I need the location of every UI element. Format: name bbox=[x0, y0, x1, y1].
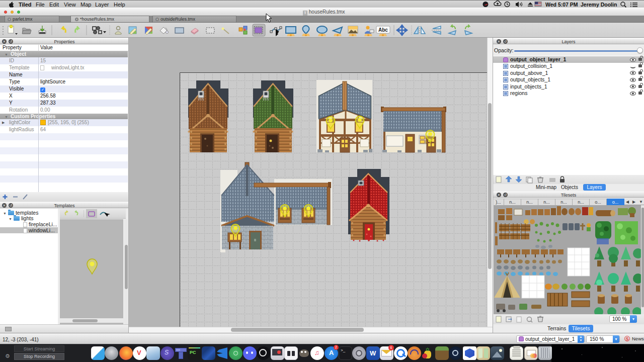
svg-text:Abc: Abc bbox=[378, 27, 388, 33]
